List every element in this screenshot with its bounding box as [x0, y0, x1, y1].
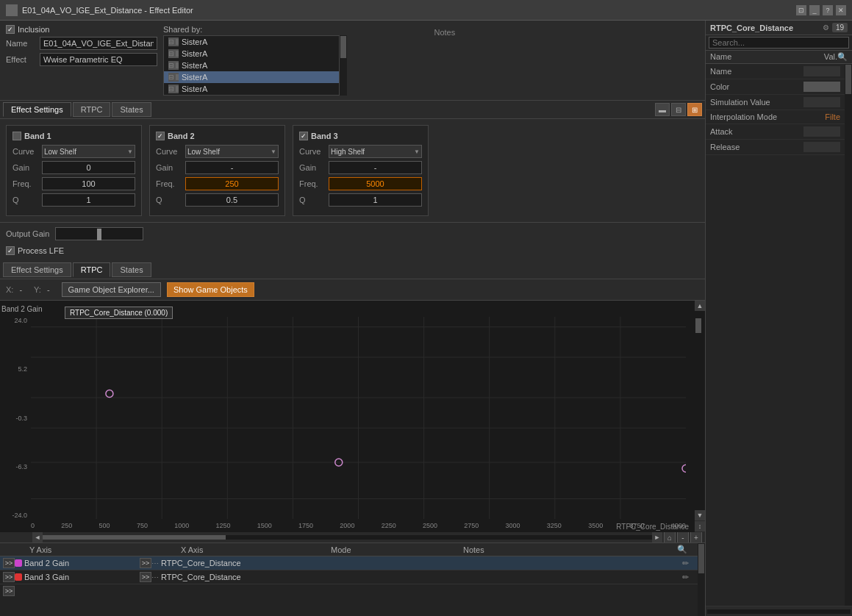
control-point-1[interactable]: [106, 390, 113, 398]
inclusion-row: Inclusion: [6, 25, 157, 34]
right-panel-icon: ⚙: [823, 24, 829, 32]
y-label-0: 24.0: [0, 317, 29, 324]
shared-item-1[interactable]: ⊟ SisterA: [164, 48, 339, 60]
tab-rtpc-1[interactable]: RTPC: [73, 102, 111, 117]
effect-input[interactable]: [40, 53, 157, 66]
chart-scroll-up-button[interactable]: ▲: [695, 301, 705, 311]
tab-effect-settings-2[interactable]: Effect Settings: [3, 262, 71, 277]
shared-item-3[interactable]: ⊟ SisterA: [164, 71, 339, 83]
y-label-1: 5.2: [0, 365, 29, 373]
row0-edit-icon[interactable]: ✏: [682, 559, 689, 568]
col-header-search: 🔍: [677, 545, 695, 554]
band3-freq-input[interactable]: [329, 177, 422, 190]
titlebar: E01_04A_VO_IGE_Ext_Distance - Effect Edi…: [0, 0, 852, 21]
right-hscroll-track[interactable]: [707, 609, 851, 614]
chart-zoom-fit-v-button[interactable]: ↕: [695, 521, 705, 531]
shared-item-0[interactable]: ⊟ SisterA: [164, 36, 339, 48]
rtpc-row-1[interactable]: >> Band 3 Gain >> ⋯ RTPC_Core_Distance: [0, 570, 698, 584]
band3-curve-wrapper: Low ShelfHigh ShelfBand Pass: [329, 145, 422, 158]
right-panel-scrollbar-thumb[interactable]: [845, 65, 851, 94]
band3-q-input[interactable]: [329, 193, 422, 207]
row0-x-expand-btn[interactable]: >>: [140, 558, 151, 568]
view-single-btn[interactable]: ▬: [655, 103, 670, 116]
output-gain-thumb[interactable]: [97, 229, 101, 240]
shared-item-4[interactable]: ⊟ SisterA: [164, 83, 339, 95]
show-game-objects-button[interactable]: Show Game Objects: [167, 282, 254, 297]
band2-q-input[interactable]: [185, 193, 279, 207]
right-panel-search-input[interactable]: [709, 37, 849, 49]
prop-simval-row: Simulation Value: [706, 95, 845, 110]
band3-gain-input[interactable]: [329, 161, 422, 174]
shared-item-2[interactable]: ⊟ SisterA: [164, 60, 339, 71]
tab-rtpc-2[interactable]: RTPC: [73, 262, 111, 277]
band2-freq-input[interactable]: [185, 177, 279, 190]
band2-gain-input[interactable]: [185, 161, 279, 174]
game-object-explorer-button[interactable]: Game Object Explorer...: [62, 282, 161, 297]
control-point-3[interactable]: [682, 465, 686, 472]
chart-vscroll-thumb[interactable]: [695, 318, 701, 333]
window-title: E01_04A_VO_IGE_Ext_Distance - Effect Edi…: [22, 6, 796, 15]
row1-notes-cell: ✏: [431, 573, 695, 582]
band1-freq-input[interactable]: [42, 177, 135, 190]
prop-attack-slider[interactable]: [803, 126, 840, 137]
band1-q-label: Q: [12, 196, 39, 204]
left-panel: Inclusion Name Effect Shared by: ⊟: [0, 21, 705, 616]
band2-checkbox[interactable]: [156, 132, 165, 140]
tab-states-1[interactable]: States: [112, 102, 151, 117]
band1-freq-row: Freq.: [12, 177, 135, 190]
shared-scrollbar[interactable]: [340, 35, 347, 96]
chart-svg: [31, 317, 686, 519]
row1-x-expand-btn[interactable]: >>: [140, 572, 151, 582]
rtpc-table-scrollbar-thumb[interactable]: [698, 544, 704, 573]
prop-release-slider[interactable]: [803, 142, 840, 152]
band1-curve-label: Curve: [12, 147, 39, 156]
rtpc-table-scrollbar[interactable]: [698, 543, 705, 616]
restore-button[interactable]: ⊡: [796, 5, 806, 15]
rtpc-row-0[interactable]: >> Band 2 Gain >> ⋯ RTPC_Core_Distance: [0, 556, 698, 570]
prop-color-value: [803, 82, 840, 92]
zoom-home-button[interactable]: ⌂: [664, 531, 676, 543]
name-input[interactable]: [40, 37, 157, 50]
band3-curve-select[interactable]: Low ShelfHigh ShelfBand Pass: [329, 145, 422, 158]
chart-hscroll-track[interactable]: [43, 535, 652, 540]
right-panel-scrollbar[interactable]: [845, 64, 852, 606]
output-gain-slider[interactable]: 0: [55, 227, 143, 240]
chart-scroll-down-button[interactable]: ▼: [695, 510, 705, 520]
chart-scroll-left-button[interactable]: ◄: [32, 532, 43, 542]
process-lfe-checkbox[interactable]: [6, 246, 15, 255]
add-rtpc-button[interactable]: >>: [3, 586, 15, 596]
band2-curve-wrapper: Low ShelfHigh ShelfBand Pass: [185, 145, 279, 158]
band1-curve-select[interactable]: Low ShelfHigh ShelfBand Pass: [42, 145, 135, 158]
tab-states-2[interactable]: States: [112, 262, 151, 277]
chart-vscroll-track[interactable]: [695, 311, 705, 510]
band1-gain-input[interactable]: [42, 161, 135, 174]
band2-freq-label: Freq.: [156, 179, 182, 188]
search-icon[interactable]: 🔍: [677, 545, 687, 554]
x-label-0: 0: [31, 522, 35, 529]
zoom-in-button[interactable]: +: [690, 531, 702, 543]
row1-expand-btn[interactable]: >>: [3, 572, 15, 582]
chart-scroll-right-button[interactable]: ►: [652, 532, 662, 542]
band1-q-input[interactable]: [42, 193, 135, 207]
shared-scrollbar-thumb[interactable]: [340, 36, 346, 58]
rtpc-x-axis-name: RTPC_Core_Distance: [616, 523, 689, 531]
band1-checkbox[interactable]: [12, 132, 21, 140]
row0-expand-btn[interactable]: >>: [3, 558, 15, 568]
close-button[interactable]: ✕: [836, 5, 846, 15]
row1-edit-icon[interactable]: ✏: [682, 573, 689, 582]
zoom-out-button[interactable]: -: [677, 531, 689, 543]
band3-checkbox[interactable]: [299, 132, 308, 140]
x-label-9: 2250: [382, 522, 396, 529]
tab-effect-settings-1[interactable]: Effect Settings: [3, 102, 71, 117]
prop-search-icon[interactable]: 🔍: [837, 52, 848, 62]
shared-item-icon-4: ⊟: [168, 85, 179, 93]
minimize-button[interactable]: _: [809, 5, 820, 15]
view-stack-btn[interactable]: ⊞: [687, 103, 702, 116]
chart-hscroll-thumb[interactable]: [43, 535, 226, 540]
inclusion-checkbox[interactable]: [6, 25, 15, 34]
name-label: Name: [6, 39, 35, 48]
help-button[interactable]: ?: [823, 5, 833, 15]
band2-curve-select[interactable]: Low ShelfHigh ShelfBand Pass: [185, 145, 279, 158]
process-lfe-row: Process LFE: [0, 245, 705, 261]
view-split-btn[interactable]: ⊟: [671, 103, 686, 116]
